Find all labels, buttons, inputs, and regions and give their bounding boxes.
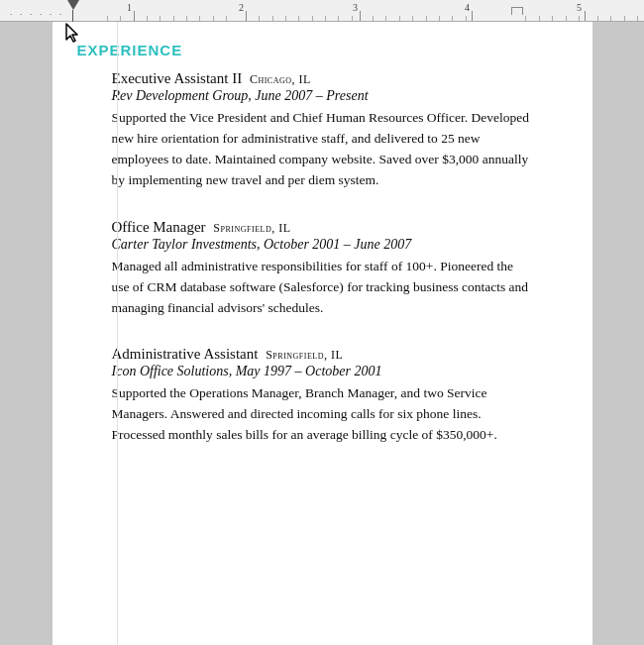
job-title-1: Executive Assistant II Chicago, IL [112,70,533,87]
page: EXPERIENCE Executive Assistant II Chicag… [53,22,592,645]
mouse-cursor [64,22,82,46]
job-company-3: Icon Office Solutions, May 1997 – Octobe… [112,364,533,379]
cursor-line [72,10,73,22]
job-company-1: Rev Development Group, June 2007 – Prese… [112,88,533,104]
job-company-2: Carter Taylor Investments, October 2001 … [112,237,533,253]
job-location-3: Springfield, IL [266,348,343,362]
job-title-text-3: Administrative Assistant [112,346,259,362]
cursor-indicator [72,0,73,22]
job-title-text-2: Office Manager [112,219,206,235]
document-area: EXPERIENCE Executive Assistant II Chicag… [0,22,644,645]
job-location-1: Chicago, IL [250,72,311,86]
ruler-inner: · · · · · · 1 2 3 [0,0,644,21]
section-heading: EXPERIENCE [77,42,533,58]
job-block-3: Administrative Assistant Springfield, IL… [112,346,533,446]
job-description-2: Managed all administrative responsibilit… [112,257,533,319]
job-block-2: Office Manager Springfield, IL Carter Ta… [112,219,533,319]
job-title-2: Office Manager Springfield, IL [112,219,533,236]
ruler: · · · · · · 1 2 3 [0,0,644,22]
job-description-3: Supported the Operations Manager, Branch… [112,383,533,446]
job-block-1: Executive Assistant II Chicago, IL Rev D… [112,70,533,191]
job-description-1: Supported the Vice President and Chief H… [112,108,533,191]
job-title-text-1: Executive Assistant II [112,70,243,86]
job-location-2: Springfield, IL [213,221,290,235]
cursor-triangle [67,0,79,10]
job-title-3: Administrative Assistant Springfield, IL [112,346,533,363]
